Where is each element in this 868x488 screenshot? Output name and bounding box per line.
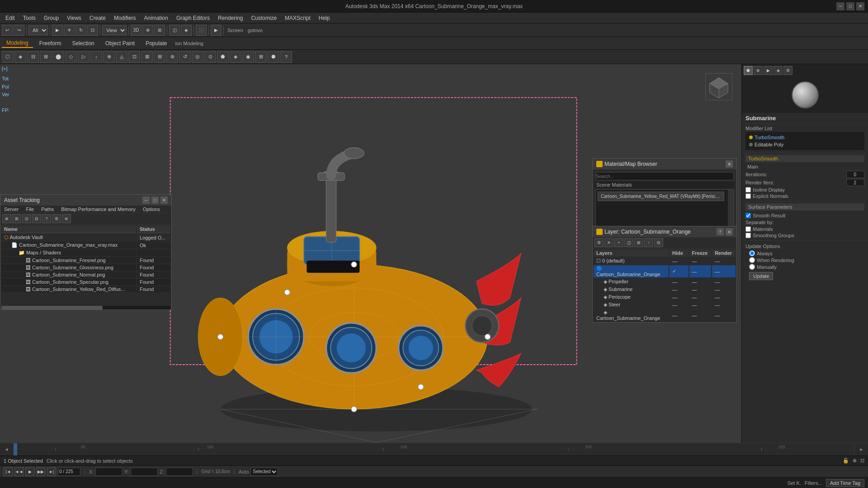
timeline-right-btn[interactable]: ► [854,443,868,455]
at-btn6[interactable]: ⚙ [52,214,61,223]
menu-views[interactable]: Views [63,14,85,22]
at-menu-file[interactable]: File [22,206,38,213]
modifier-editpoly[interactable]: Editable Poly [747,141,863,148]
rp-modify-icon[interactable]: ⬟ [744,66,753,75]
at-file-list[interactable]: Name Status ⬡ Autodesk Vault Logged O...… [0,225,171,306]
tab-populate[interactable]: Populate [141,39,171,47]
materials-checkbox[interactable] [745,226,751,232]
at-scrollbar-h[interactable] [1,306,170,310]
close-button[interactable]: ✕ [856,2,864,10]
material-button[interactable]: ◈ [181,25,192,36]
icon-grow[interactable]: ◈ [230,51,241,63]
redo-button[interactable]: ↪ [14,25,24,36]
play-button[interactable]: ▶ [211,25,222,36]
icon-border[interactable]: ⊞ [40,51,52,63]
lw-titlebar[interactable]: Layer: Cartoon_Submarine_Orange ? ✕ [593,226,736,237]
lw-btn-layer[interactable]: ◫ [624,238,633,247]
menu-animation[interactable]: Animation [141,14,172,22]
at-minimize-button[interactable]: ─ [142,197,150,204]
always-radio[interactable] [749,250,755,256]
mirror-button[interactable]: ⊞ [154,25,165,36]
menu-rendering[interactable]: Rendering [214,14,246,22]
icon-target-weld[interactable]: ⊛ [166,51,178,63]
scale-button[interactable]: ⊡ [87,25,98,36]
tab-selection[interactable]: Selection [67,39,99,47]
rp-motion-icon[interactable]: ▶ [764,66,773,75]
prev-frame-button[interactable]: |◄ [4,467,13,476]
at-menu-options[interactable]: Options [139,206,164,213]
lw-btn-settings[interactable]: ⚙ [594,238,604,247]
explicit-normals-checkbox[interactable] [745,193,751,199]
mb-browse-area[interactable]: Cartoon_Submarine_Yellow_Red_MAT (VRayMt… [595,189,734,230]
at-menu-paths[interactable]: Paths [38,206,57,213]
x-input[interactable] [95,468,123,476]
z-input[interactable] [166,468,193,476]
at-btn3[interactable]: ⊡ [22,214,31,223]
lw-row-steer[interactable]: ◈ Steer — — — [594,301,736,308]
tab-freeform[interactable]: Freeform [35,39,66,47]
lw-btn-del[interactable]: ⊟ [654,238,663,247]
play-button-transport[interactable]: ▶ [25,467,34,476]
icon-subdivide[interactable]: ◇ [65,51,77,63]
table-row[interactable]: 🖼 Cartoon_Submarine_Yellow_Red_Diffus...… [1,286,170,292]
menu-graph-editors[interactable]: Graph Editors [173,14,213,22]
update-button[interactable]: Update [749,272,773,280]
menu-customize[interactable]: Customize [247,14,280,22]
minimize-button[interactable]: ─ [836,2,844,10]
at-btn2[interactable]: ⊞ [12,214,21,223]
lw-help-button[interactable]: ? [717,228,724,235]
lw-btn-add[interactable]: + [614,238,623,247]
lw-row-orange[interactable]: 🔵 Cartoon_Submarine_Orange ✓ — — [594,265,736,277]
at-menu-bitmap[interactable]: Bitmap Performance and Memory [57,206,139,213]
smoothing-groups-checkbox[interactable] [745,233,751,238]
lw-btn-sel[interactable]: ⊞ [634,238,643,247]
mb-close-button[interactable]: ✕ [726,160,733,168]
selected-dropdown[interactable]: Selected [250,468,278,476]
rotate-button[interactable]: ↻ [75,25,86,36]
lock-icon[interactable]: 🔓 [843,458,849,464]
lw-row-periscope[interactable]: ◈ Periscope — — — [594,294,736,300]
at-btn1[interactable]: ⊕ [2,214,11,223]
menu-group[interactable]: Group [40,14,62,22]
tab-modeling[interactable]: Modeling [2,39,33,48]
icon-vertex[interactable]: ◈ [14,51,26,63]
lw-btn-close[interactable]: ✕ [604,238,613,247]
lw-row-cartoon[interactable]: ◈ Cartoon_Submarine_Orange — — — [594,309,736,321]
icon-inset[interactable]: ⊡ [128,51,140,63]
tab-object-paint[interactable]: Object Paint [101,39,139,47]
icon-connect[interactable]: ⊞ [154,51,165,63]
icon-relax[interactable]: ⊙ [204,51,216,63]
snap-button[interactable]: 3D [131,25,142,36]
play-back-button[interactable]: ◄◄ [14,467,24,476]
icon-chamfer[interactable]: ▷ [78,51,90,63]
table-row[interactable]: 🖼 Cartoon_Submarine_Fresnel.png Found [1,257,170,263]
view-dropdown[interactable]: View [102,25,127,35]
menu-help[interactable]: Help [315,14,334,22]
lw-layer-list[interactable]: Layers Hide Freeze Render ☐ 0 (default) … [593,249,736,322]
at-scrollbar-thumb[interactable] [1,306,103,310]
rp-display-icon[interactable]: ◈ [774,66,783,75]
table-row[interactable]: 🖼 Cartoon_Submarine_Normal.png Found [1,272,170,278]
when-rendering-radio[interactable] [749,257,755,263]
icon-polygon[interactable]: ⬡ [2,51,14,63]
icon-ring[interactable]: ◎ [192,51,203,63]
smooth-result-checkbox[interactable] [745,213,751,218]
y-input[interactable] [131,468,158,476]
table-row[interactable]: 🖼 Cartoon_Submarine_Specular.png Found [1,279,170,285]
rp-utilities-icon[interactable]: ⚙ [783,66,793,75]
layers-button[interactable]: ◫ [169,25,180,36]
manually-radio[interactable] [749,264,755,270]
at-titlebar[interactable]: Asset Tracking ─ □ ✕ [0,195,171,206]
lw-row-propeller[interactable]: ◈ Propeller — — — [594,278,736,285]
modifier-list[interactable]: TurboSmooth Editable Poly [745,132,864,150]
at-btn7[interactable]: ⊛ [62,214,71,223]
menu-edit[interactable]: Edit [2,14,19,22]
icon-bevel[interactable]: ◬ [116,51,127,63]
rp-hierarchy-icon[interactable]: ⊕ [754,66,763,75]
nav-cube[interactable] [705,73,732,100]
at-menu-server[interactable]: Server [0,206,22,213]
table-row[interactable]: 📄 Cartoon_Submarine_Orange_max_vray.max … [1,242,170,249]
table-row[interactable]: 📁 Maps / Shaders [1,249,170,256]
timeline-left-btn[interactable]: ◄ [0,443,14,455]
isoline-checkbox[interactable] [745,187,751,192]
